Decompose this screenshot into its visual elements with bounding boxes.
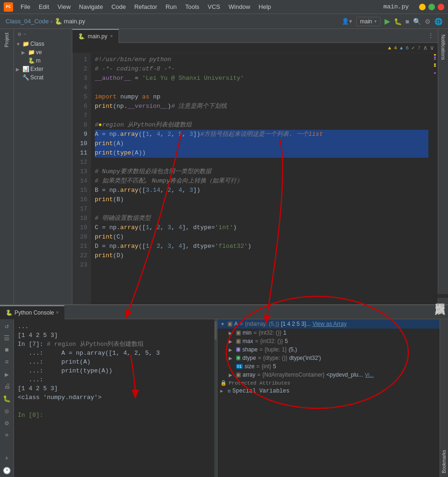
- console-clock-icon[interactable]: 🕐: [2, 466, 12, 475]
- app-logo: PC: [4, 2, 13, 12]
- browser-button[interactable]: 🌐: [434, 18, 442, 25]
- var-row-max[interactable]: ▶ ≡ max = {int32: ()} 5: [217, 337, 440, 345]
- var-name-size: size: [245, 363, 254, 370]
- file-tree-minus-icon[interactable]: −: [23, 31, 26, 38]
- scratch-icon: 🔧: [22, 74, 29, 81]
- tab-python-console[interactable]: 🐍 Python Console ×: [0, 305, 64, 319]
- console-list-icon[interactable]: ☰: [2, 333, 12, 343]
- var-icon-shape: ≡: [236, 347, 240, 352]
- tree-item-scratch[interactable]: 🔧 Scrat: [14, 73, 72, 82]
- tree-item-main[interactable]: 🐍 m: [14, 56, 72, 65]
- menu-window[interactable]: Window: [225, 2, 254, 11]
- breadcrumb-file[interactable]: 🐍 main.py: [55, 18, 85, 25]
- var-arrow-a[interactable]: ▼: [220, 322, 226, 327]
- minimize-button[interactable]: [419, 4, 426, 10]
- bottom-panel: 🐍 Python Console × ⚙ ↺ ☰ ■ ≡ ▶ 🖨 🐛 ◎ ⚙ »…: [0, 304, 448, 477]
- var-special-vars[interactable]: ▶ ⊞ Special Variables: [217, 387, 440, 395]
- var-row-min[interactable]: ▶ ≡ min = {int32: ()} 1: [217, 329, 440, 337]
- console-debug-icon[interactable]: 🐛: [2, 394, 12, 403]
- breadcrumb-project[interactable]: Class_04_Code: [6, 18, 49, 25]
- tree-arrow-external: ▶: [16, 67, 21, 72]
- tree-item-class[interactable]: ▼ 📁 Class: [14, 40, 72, 48]
- stop-button[interactable]: ■: [406, 18, 409, 25]
- panel-gear-icon[interactable]: ⚙: [437, 308, 448, 316]
- var-row-size[interactable]: 01 size = {int} 5: [217, 362, 440, 371]
- nav-down-icon[interactable]: ∨: [430, 44, 434, 52]
- tab-close-icon[interactable]: ×: [110, 34, 113, 39]
- search-button[interactable]: 🔍: [413, 18, 421, 25]
- line-num-16: 16: [72, 195, 87, 204]
- console-output-icon[interactable]: ≡: [2, 358, 12, 367]
- var-type-min: {int32: ()}: [259, 330, 281, 336]
- code-editor[interactable]: 1 2 3 4 5 6 7 8 9 10 11 12 13 14 15 16 1…: [72, 53, 438, 304]
- var-arrow-array[interactable]: ▶: [229, 372, 234, 378]
- console-text[interactable]: ... [1 4 2 5 3] In [7]: # region 从Python…: [14, 319, 214, 477]
- console-run-icon[interactable]: ▶: [2, 370, 12, 379]
- var-row-a-top[interactable]: ▼ ≡ A = {ndarray: (5,)} [1 4 2 5 3]... V…: [217, 319, 440, 329]
- code-line-7: [95, 111, 428, 120]
- editor-tab-main[interactable]: 🐍 main.py ×: [72, 29, 119, 43]
- user-icon[interactable]: 👤▾: [342, 18, 352, 25]
- var-link-array[interactable]: Vi...: [365, 372, 374, 378]
- run-config[interactable]: main ▾: [356, 17, 381, 26]
- console-stop-icon[interactable]: ■: [2, 345, 12, 355]
- line-num-18: 18: [72, 214, 87, 223]
- var-icon-max: ≡: [236, 339, 241, 344]
- notifications-label: Notifications: [441, 35, 446, 60]
- settings-button[interactable]: ⚙: [425, 18, 431, 25]
- tree-item-external[interactable]: ▶ 📊 Exter: [14, 65, 72, 73]
- menu-tools[interactable]: Tools: [182, 2, 203, 11]
- menu-file[interactable]: File: [17, 2, 34, 11]
- run-button[interactable]: ▶: [385, 17, 390, 26]
- var-protected-attrs[interactable]: 🔒 Protected Attributes: [217, 379, 440, 387]
- tab-menu-icon[interactable]: ⋮: [427, 32, 434, 40]
- menu-vcs[interactable]: VCS: [204, 2, 224, 11]
- debug-button[interactable]: 🐛: [394, 18, 402, 25]
- menu-view[interactable]: View: [54, 2, 74, 11]
- var-row-dtype[interactable]: ▶ ≡ dtype = {dtype: ()} dtype('int32'): [217, 354, 440, 362]
- var-name-array: array: [243, 372, 255, 378]
- close-button[interactable]: [438, 4, 444, 10]
- menu-code[interactable]: Code: [108, 2, 130, 11]
- var-link-a[interactable]: View as Array: [313, 321, 347, 327]
- var-row-array[interactable]: ▶ ≡ array = {NdArrayItemsContainer} <pyd…: [217, 371, 440, 379]
- maximize-button[interactable]: [428, 4, 435, 10]
- marker-yellow-2: [434, 65, 436, 67]
- tree-label-ve: ve: [36, 49, 42, 56]
- menu-edit[interactable]: Edit: [35, 2, 53, 11]
- console-rerun-icon[interactable]: ↺: [2, 321, 12, 330]
- var-val-min: 1: [283, 330, 287, 336]
- code-line-12: [95, 158, 428, 167]
- line-num-12: 12: [72, 158, 87, 167]
- code-line-15: B = np.array([3.14, 2, 4, 3]): [95, 186, 428, 195]
- menu-help[interactable]: Help: [255, 2, 275, 11]
- console-more-icon[interactable]: »: [2, 430, 12, 440]
- console-line-2: [1 4 2 5 3]: [18, 331, 210, 340]
- var-arrow-shape[interactable]: ▶: [229, 347, 234, 352]
- bookmarks-label: Bookmarks: [441, 450, 447, 473]
- var-arrow-max[interactable]: ▶: [229, 339, 234, 344]
- var-arrow-min[interactable]: ▶: [229, 330, 234, 336]
- console-settings-icon[interactable]: ⚙: [2, 418, 12, 428]
- tree-item-ve[interactable]: ▶ 📁 ve: [14, 48, 72, 56]
- code-line-2: # -*- coding:utf-8 -*-: [95, 64, 428, 74]
- var-row-shape[interactable]: ▶ ≡ shape = {tuple: 1} (5,): [217, 345, 440, 354]
- nav-up-icon[interactable]: ∧: [423, 44, 427, 52]
- code-content[interactable]: #!/usr/bin/env python # -*- coding:utf-8…: [91, 53, 432, 304]
- console-circle-icon[interactable]: ◎: [2, 406, 12, 415]
- editor-tabs: 🐍 main.py × ⋮: [72, 29, 438, 43]
- menu-bar: PC File Edit View Navigate Code Refactor…: [0, 0, 448, 14]
- var-icon-min: ≡: [236, 330, 241, 336]
- notifications-sidebar: Notifications: [438, 29, 448, 304]
- menu-refactor[interactable]: Refactor: [131, 2, 161, 11]
- file-tree-gear-icon[interactable]: ⚙: [18, 31, 21, 38]
- menu-navigate[interactable]: Navigate: [75, 2, 106, 11]
- console-add-icon[interactable]: +: [2, 454, 12, 463]
- line-num-19: 19: [72, 223, 87, 232]
- console-tab-close-icon[interactable]: ×: [56, 310, 59, 315]
- console-print-icon[interactable]: 🖨: [2, 382, 12, 391]
- var-arrow-dtype[interactable]: ▶: [229, 356, 234, 361]
- line-numbers: 1 2 3 4 5 6 7 8 9 10 11 12 13 14 15 16 1…: [72, 53, 91, 304]
- var-arrow-special[interactable]: ▶: [220, 388, 226, 394]
- menu-run[interactable]: Run: [162, 2, 181, 11]
